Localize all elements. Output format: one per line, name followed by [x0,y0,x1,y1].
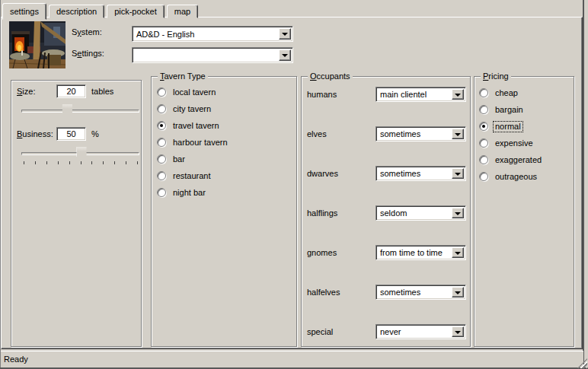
radio-icon [479,155,488,164]
radio-icon [479,105,488,114]
pricing-option-exaggerated[interactable]: exaggerated [479,154,543,166]
pricing-option-label: expensive [494,138,535,148]
pricing-option-normal[interactable]: normal [479,120,522,132]
tavern-type-option-label: harbour tavern [171,138,229,148]
business-unit-label: % [91,129,99,139]
occupant-combobox-dwarves[interactable]: sometimes [375,166,466,181]
chevron-down-icon [282,33,288,36]
radio-icon [157,87,166,97]
occupant-combobox-halfelves[interactable]: sometimes [375,285,466,300]
tavern-type-option-label: bar [171,154,187,164]
occupant-combobox-gnomes[interactable]: from time to time [375,245,466,260]
pricing-option-outrageous[interactable]: outrageous [479,170,538,183]
occupant-combobox-dropdown-button[interactable] [452,129,464,139]
status-text: Ready [4,355,28,364]
chevron-down-icon [455,291,461,294]
radio-icon [157,188,166,197]
slider-tick [114,161,115,164]
occupant-combobox-special[interactable]: never [375,324,466,339]
settings-label: Settings: [72,49,104,59]
business-label: Business: [17,129,53,139]
system-combobox-dropdown-button[interactable] [279,28,291,40]
size-groupbox [11,80,142,347]
slider-tick [58,161,59,164]
system-combobox[interactable]: AD&D - English [132,26,293,42]
occupant-combobox-value: from time to time [379,248,451,257]
occupant-combobox-humans[interactable]: main clientel [375,87,466,102]
radio-icon [157,121,166,130]
tab-pick-pocket[interactable]: pick-pocket [107,5,165,18]
occupants-groupbox-title: Occupants [308,72,353,81]
window-left-edge [0,0,1,369]
pricing-option-cheap[interactable]: cheap [479,87,519,99]
radio-icon [157,154,166,164]
pricing-option-expensive[interactable]: expensive [479,137,535,149]
radio-icon [157,138,166,147]
tavern-type-option-bar[interactable]: bar [157,153,187,165]
occupant-combobox-dropdown-button[interactable] [452,247,464,258]
occupant-combobox-elves[interactable]: sometimes [375,126,466,142]
chevron-down-icon [455,331,461,334]
occupant-combobox-dropdown-button[interactable] [452,168,464,179]
pricing-option-label: exaggerated [494,155,543,165]
slider-tick [24,161,24,164]
chevron-down-icon [455,252,461,255]
tavern-type-option-label: travel tavern [171,121,221,131]
occupant-combobox-value: main clientel [379,90,451,99]
tavern-type-option-label: restaurant [171,171,213,181]
occupant-combobox-value: sometimes [379,129,451,138]
pricing-groupbox-title: Pricing [481,72,511,81]
slider-tick [69,161,70,164]
pricing-option-bargain[interactable]: bargain [479,103,525,116]
tab-map[interactable]: map [167,5,198,18]
tavern-type-option-city-tavern[interactable]: city tavern [157,103,213,115]
occupant-label-dwarves: dwarves [307,169,338,179]
radio-icon [479,138,488,148]
tavern-type-option-harbour-tavern[interactable]: harbour tavern [157,136,229,148]
system-combobox-value: AD&D - English [135,29,278,39]
tavern-type-groupbox: Tavern Type [151,76,297,347]
chevron-down-icon [455,173,461,176]
occupant-combobox-dropdown-button[interactable] [452,326,464,337]
size-unit-label: tables [91,87,113,97]
slider-tick [91,161,92,164]
slider-tick [126,161,126,164]
radio-dot-icon [160,124,163,127]
slider-tick [35,161,36,164]
chevron-down-icon [455,94,461,97]
chevron-down-icon [455,133,461,136]
occupant-combobox-dropdown-button[interactable] [452,89,464,100]
tab-settings[interactable]: settings [2,3,46,20]
radio-icon [157,171,166,180]
tavern-type-option-night-bar[interactable]: night bar [157,186,207,199]
slider-tick [103,161,104,164]
size-slider-track[interactable] [21,110,139,113]
radio-icon [479,172,488,181]
occupant-combobox-value: never [379,327,451,336]
tavern-type-groupbox-title: Tavern Type [158,72,208,81]
app-window: settingsdescriptionpick-pocketmap [0,0,588,369]
occupant-label-halflings: halflings [307,208,337,218]
business-input[interactable] [56,127,86,141]
occupant-label-halfelves: halfelves [307,288,340,297]
tavern-type-option-restaurant[interactable]: restaurant [157,170,213,182]
pricing-option-label: outrageous [494,172,538,182]
size-input[interactable] [56,84,86,98]
tavern-type-option-travel-tavern[interactable]: travel tavern [157,119,221,132]
occupant-label-humans: humans [307,90,337,100]
settings-combobox[interactable] [132,47,293,63]
tavern-type-option-local-tavern[interactable]: local tavern [157,86,217,98]
occupant-combobox-dropdown-button[interactable] [452,208,464,218]
settings-combobox-dropdown-button[interactable] [279,49,291,61]
occupant-combobox-value: sometimes [379,288,451,297]
status-bar: Ready [1,351,583,367]
pricing-option-label: normal [494,122,522,132]
window-right-edge [583,0,584,369]
occupant-label-special: special [307,327,333,337]
tab-description[interactable]: description [49,5,104,18]
radio-icon [479,122,488,131]
occupant-combobox-halflings[interactable]: seldom [375,205,466,221]
occupant-combobox-dropdown-button[interactable] [452,287,464,297]
settings-combobox-value [135,50,278,60]
slider-tick [81,161,81,164]
